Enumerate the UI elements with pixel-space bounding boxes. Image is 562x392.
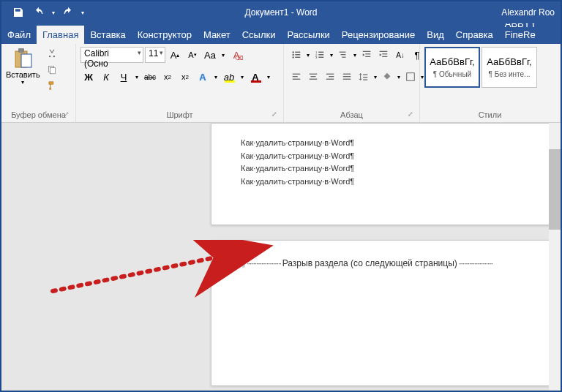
page-1[interactable]: Как·удалить·страницу·в·Word¶ Как·удалить… — [211, 123, 561, 225]
svg-rect-14 — [318, 54, 323, 55]
superscript-button[interactable]: x2 — [177, 69, 193, 85]
svg-rect-41 — [407, 73, 415, 81]
tab-file[interactable]: Файл — [1, 26, 37, 44]
caret-icon[interactable]: ▾ — [372, 69, 378, 85]
vertical-scrollbar[interactable] — [549, 123, 561, 391]
caret-icon[interactable]: ▾ — [305, 47, 311, 63]
svg-rect-23 — [380, 51, 388, 52]
align-left-icon[interactable] — [288, 69, 304, 85]
svg-rect-34 — [326, 79, 334, 80]
font-label: Шрифт⤢ — [80, 109, 279, 121]
font-name-select[interactable]: Calibri (Осно — [80, 47, 143, 63]
caret-icon[interactable]: ▾ — [396, 69, 402, 85]
font-launcher-icon[interactable]: ⤢ — [270, 110, 279, 119]
tab-design[interactable]: Конструктор — [132, 26, 198, 44]
caret-icon[interactable]: ▾ — [239, 69, 246, 85]
italic-button[interactable]: К — [98, 69, 114, 85]
caret-icon[interactable]: ▾ — [133, 69, 140, 85]
tab-mailings[interactable]: Рассылки — [281, 26, 335, 44]
shrink-font-icon[interactable]: A▾ — [184, 47, 201, 63]
svg-rect-24 — [382, 53, 387, 54]
save-icon[interactable] — [9, 3, 28, 22]
font-size-select[interactable]: 11 — [145, 47, 165, 63]
svg-rect-28 — [293, 79, 301, 80]
line-spacing-icon[interactable] — [356, 69, 372, 85]
increase-indent-icon[interactable] — [375, 47, 391, 63]
style-normal[interactable]: АаБбВвГг, ¶ Обычный — [424, 47, 480, 88]
group-font: Calibri (Осно 11 A▴ A▾ Aa ▾ A⌫ Ж К Ч ▾ a… — [76, 44, 284, 122]
borders-icon[interactable] — [402, 69, 419, 85]
tab-layout[interactable]: Макет — [198, 26, 236, 44]
tab-help[interactable]: Справка — [450, 26, 499, 44]
group-styles: АаБбВвГг, ¶ Обычный АаБбВвГг, ¶ Без инте… — [420, 44, 561, 122]
align-center-icon[interactable] — [305, 69, 321, 85]
numbering-icon[interactable]: 123 — [312, 47, 328, 63]
decrease-indent-icon[interactable] — [359, 47, 375, 63]
text-effects-icon[interactable]: A — [195, 69, 211, 85]
svg-rect-10 — [295, 57, 300, 58]
multilevel-icon[interactable] — [335, 47, 351, 63]
shading-icon[interactable] — [379, 69, 395, 85]
subscript-button[interactable]: x2 — [160, 69, 176, 85]
window-title: Документ1 - Word — [244, 7, 317, 18]
ribbon-tabs: Файл Главная Вставка Конструктор Макет С… — [1, 23, 561, 44]
highlight-icon[interactable]: ab — [221, 69, 237, 85]
change-case-icon[interactable]: Aa — [202, 47, 218, 63]
caret-icon[interactable]: ▾ — [352, 47, 358, 63]
tab-insert[interactable]: Вставка — [84, 26, 131, 44]
clipboard-launcher-icon[interactable]: ⤢ — [62, 110, 71, 119]
caret-icon[interactable]: ▾ — [329, 47, 334, 63]
ribbon: Вставить ▾ Буфер обмена⤢ Calibri (Осно 1… — [1, 44, 561, 123]
undo-dropdown-icon[interactable]: ▾ — [50, 3, 57, 22]
svg-rect-29 — [310, 74, 318, 75]
svg-rect-20 — [363, 51, 371, 52]
style-no-spacing[interactable]: АаБбВвГг, ¶ Без инте... — [482, 47, 537, 88]
svg-rect-33 — [329, 76, 334, 77]
underline-button[interactable]: Ч — [116, 69, 132, 85]
grow-font-icon[interactable]: A▴ — [167, 47, 183, 63]
sort-icon[interactable]: A↓ — [392, 47, 408, 63]
svg-rect-35 — [343, 74, 351, 75]
svg-rect-19 — [342, 57, 345, 58]
tab-home[interactable]: Главная — [37, 26, 84, 44]
caret-icon[interactable]: ▾ — [212, 69, 220, 85]
paragraph-text: Как·удалить·страницу·в·Word¶ — [241, 150, 531, 163]
caret-icon[interactable]: ▾ — [220, 47, 227, 63]
clear-format-icon[interactable]: A⌫ — [228, 47, 244, 63]
svg-rect-4 — [50, 68, 55, 74]
align-right-icon[interactable] — [322, 69, 338, 85]
caret-icon[interactable]: ▾ — [265, 69, 272, 85]
paragraph-label: Абзац⤢ — [288, 109, 415, 121]
page-2[interactable]: ¶ ·························· Разрыв разд… — [211, 240, 561, 386]
bullets-icon[interactable] — [288, 47, 304, 63]
tab-references[interactable]: Ссылки — [236, 26, 282, 44]
svg-rect-32 — [326, 74, 334, 75]
svg-text:3: 3 — [315, 56, 318, 59]
copy-icon[interactable] — [45, 63, 59, 76]
bold-button[interactable]: Ж — [80, 69, 97, 85]
svg-rect-16 — [318, 57, 323, 58]
clipboard-label: Буфер обмена⤢ — [6, 109, 71, 121]
justify-icon[interactable] — [339, 69, 355, 85]
tab-view[interactable]: Вид — [421, 26, 450, 44]
section-break-label: Разрыв раздела (со следующей страницы) — [282, 258, 457, 268]
svg-rect-38 — [363, 75, 367, 75]
tab-review[interactable]: Рецензирование — [336, 26, 421, 44]
paragraph-launcher-icon[interactable]: ⤢ — [406, 110, 415, 119]
paste-button[interactable]: Вставить ▾ — [6, 47, 40, 86]
redo-icon[interactable] — [59, 3, 78, 22]
document-area: Как·удалить·страницу·в·Word¶ Как·удалить… — [1, 123, 561, 391]
format-painter-icon[interactable] — [45, 79, 59, 92]
font-color-icon[interactable]: A — [247, 69, 263, 85]
svg-rect-1 — [18, 48, 24, 53]
qat-customize-icon[interactable]: ▾ — [79, 3, 86, 22]
undo-icon[interactable] — [29, 3, 48, 22]
cut-icon[interactable] — [45, 47, 59, 60]
svg-rect-17 — [340, 52, 346, 53]
strike-button[interactable]: abc — [142, 69, 158, 85]
group-paragraph: ▾ 123 ▾ ▾ A↓ ¶ ▾ ▾ ▾ ¶ — [284, 44, 420, 122]
scrollbar-thumb[interactable] — [549, 149, 561, 230]
svg-rect-40 — [363, 80, 367, 80]
svg-rect-21 — [365, 53, 370, 54]
svg-rect-8 — [295, 54, 300, 55]
